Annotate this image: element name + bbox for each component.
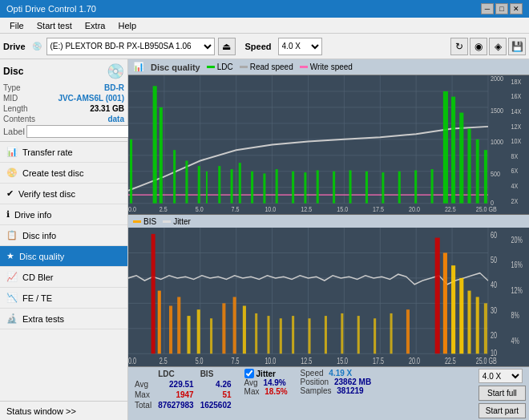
- sidebar-item-drive-info[interactable]: ℹ Drive info: [0, 204, 127, 225]
- svg-text:8%: 8%: [511, 311, 519, 321]
- svg-text:20: 20: [491, 331, 497, 341]
- svg-text:12%: 12%: [511, 285, 523, 295]
- sidebar-item-disc-quality[interactable]: ★ Disc quality: [0, 246, 127, 267]
- stats-col-bis: BIS: [197, 369, 235, 379]
- maximize-button[interactable]: □: [495, 3, 508, 14]
- svg-rect-27: [218, 166, 220, 204]
- menu-help[interactable]: Help: [111, 19, 143, 32]
- settings-button1[interactable]: ◉: [470, 38, 487, 55]
- svg-text:22.5: 22.5: [445, 356, 456, 365]
- svg-rect-109: [374, 318, 376, 353]
- stats-total-label: Total: [131, 400, 155, 410]
- disc-label-label: Label: [3, 127, 25, 136]
- svg-text:25.0 GB: 25.0 GB: [476, 204, 498, 213]
- svg-rect-46: [467, 129, 470, 204]
- jitter-stats: Jitter Avg 14.9% Max 18.5%: [244, 369, 288, 396]
- start-full-button[interactable]: Start full: [479, 386, 526, 401]
- svg-rect-98: [222, 303, 225, 353]
- sidebar-item-label: Disc info: [22, 231, 56, 240]
- drive-icon: 💿: [32, 42, 42, 50]
- svg-text:30: 30: [491, 305, 497, 315]
- close-button[interactable]: ✕: [510, 3, 523, 14]
- bottom-chart-header: BIS Jitter: [128, 215, 529, 228]
- svg-rect-94: [177, 297, 180, 354]
- svg-text:17.5: 17.5: [373, 356, 384, 365]
- save-button[interactable]: 💾: [508, 38, 526, 55]
- disc-mid-label: MID: [3, 94, 18, 103]
- jitter-checkbox[interactable]: [244, 369, 254, 378]
- jitter-avg-row: Avg 14.9%: [244, 378, 288, 387]
- minimize-button[interactable]: ─: [481, 3, 494, 14]
- sidebar-item-verify-test-disc[interactable]: ✔ Verify test disc: [0, 184, 127, 204]
- position-label: Position: [301, 378, 329, 386]
- svg-text:16X: 16X: [511, 91, 522, 100]
- disc-label-input[interactable]: [26, 125, 133, 138]
- svg-rect-105: [308, 318, 310, 353]
- svg-rect-37: [349, 170, 352, 203]
- settings-button2[interactable]: ◈: [489, 38, 507, 55]
- disc-length-row: Length 23.31 GB: [3, 104, 124, 113]
- stats-max-ldc: 1947: [155, 390, 197, 400]
- svg-rect-35: [317, 170, 319, 203]
- stats-avg-bis: 4.26: [197, 379, 235, 390]
- disc-quality-icon: ★: [6, 251, 14, 261]
- svg-rect-42: [431, 169, 434, 204]
- sidebar-item-fe-te[interactable]: 📉 FE / TE: [0, 288, 127, 309]
- speed-value: 4.19 X: [329, 369, 352, 378]
- sidebar-item-cd-bler[interactable]: 📈 CD Bler: [0, 267, 127, 288]
- status-window-button[interactable]: Status window >>: [0, 401, 127, 420]
- svg-text:20.0: 20.0: [409, 356, 420, 365]
- disc-mid-row: MID JVC-AMS6L (001): [3, 94, 124, 103]
- svg-rect-97: [210, 318, 212, 353]
- top-chart-svg: 2000 1500 1000 500 0 18X 16X 14X 12X 10X…: [128, 75, 529, 214]
- chart-title: Disc quality: [151, 63, 200, 72]
- read-speed-legend-label: Read speed: [250, 63, 293, 71]
- ldc-legend-dot: [207, 66, 215, 68]
- sidebar-item-extra-tests[interactable]: 🔬 Extra tests: [0, 309, 127, 329]
- svg-text:500: 500: [491, 169, 500, 178]
- stats-max-bis: 51: [197, 390, 235, 400]
- create-test-disc-icon: 📀: [6, 168, 18, 178]
- menu-file[interactable]: File: [3, 19, 30, 32]
- menu-extra[interactable]: Extra: [79, 19, 112, 32]
- svg-rect-106: [325, 316, 327, 353]
- samples-row: Samples 381219: [301, 386, 372, 395]
- svg-text:20.0: 20.0: [409, 204, 420, 213]
- drive-info-icon: ℹ: [6, 209, 10, 220]
- sidebar-item-disc-info[interactable]: 📋 Disc info: [0, 225, 127, 246]
- eject-button[interactable]: ⏏: [218, 38, 236, 55]
- sidebar-item-create-test-disc[interactable]: 📀 Create test disc: [0, 163, 127, 184]
- svg-rect-47: [476, 139, 479, 204]
- speed-select[interactable]: 4.0 X 1.0 X 2.0 X 8.0 X: [278, 38, 322, 55]
- svg-rect-93: [169, 306, 172, 354]
- svg-text:16%: 16%: [511, 260, 523, 270]
- legend-bis: BIS: [133, 217, 156, 226]
- drive-select[interactable]: (E:) PLEXTOR BD-R PX-LB950SA 1.06: [46, 38, 215, 55]
- toolbar: Drive 💿 (E:) PLEXTOR BD-R PX-LB950SA 1.0…: [0, 34, 529, 59]
- chart-speed-select[interactable]: 4.0 X: [479, 369, 523, 383]
- svg-text:40: 40: [491, 281, 497, 290]
- speed-label: Speed: [301, 369, 324, 378]
- svg-rect-36: [333, 172, 335, 204]
- menu-bar: File Start test Extra Help: [0, 18, 529, 34]
- menu-start-test[interactable]: Start test: [30, 19, 79, 32]
- disc-contents-label: Contents: [3, 115, 35, 123]
- svg-rect-26: [206, 172, 208, 204]
- fe-te-icon: 📉: [6, 293, 18, 303]
- app-title: Opti Drive Control 1.70: [6, 4, 96, 14]
- sidebar-item-transfer-rate[interactable]: 📊 Transfer rate: [0, 142, 127, 163]
- svg-rect-92: [158, 291, 161, 354]
- refresh-button[interactable]: ↻: [450, 38, 468, 55]
- disc-mid-value: JVC-AMS6L (001): [58, 94, 124, 103]
- buttons-section: 4.0 X Start full Start part: [479, 369, 526, 418]
- svg-rect-113: [443, 252, 447, 353]
- svg-rect-91: [151, 234, 155, 353]
- stats-avg-label: Avg: [131, 379, 155, 390]
- svg-text:2000: 2000: [491, 75, 503, 83]
- sidebar: Disc 💿 Type BD-R MID JVC-AMS6L (001) Len…: [0, 59, 128, 420]
- svg-text:5.0: 5.0: [196, 356, 204, 365]
- svg-text:20%: 20%: [511, 235, 523, 244]
- svg-text:10.0: 10.0: [264, 204, 276, 213]
- position-row: Position 23862 MB: [301, 378, 372, 386]
- start-part-button[interactable]: Start part: [479, 403, 526, 418]
